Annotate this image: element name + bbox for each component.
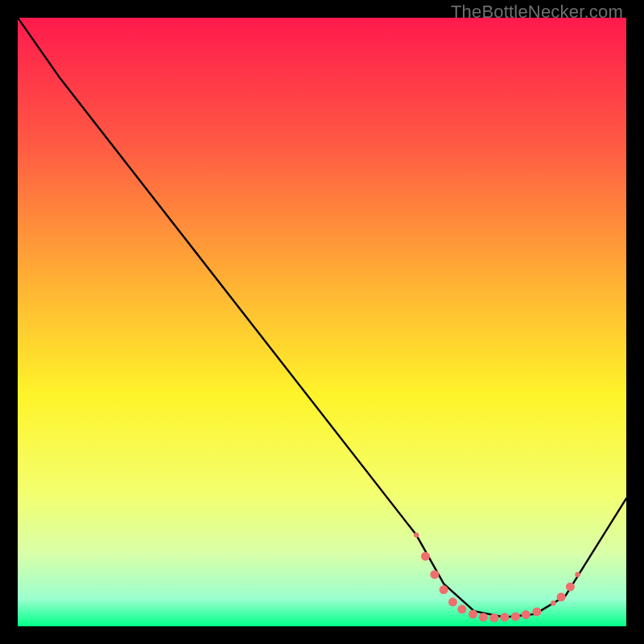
curve-marker xyxy=(414,532,419,537)
curve-marker xyxy=(469,609,477,618)
chart-plot-area xyxy=(18,18,626,626)
curve-marker xyxy=(457,605,466,613)
curve-marker xyxy=(479,613,488,621)
curve-marker xyxy=(532,607,541,616)
curve-marker xyxy=(448,597,457,606)
curve-marker xyxy=(430,570,439,579)
curve-marker xyxy=(566,582,575,591)
curve-marker xyxy=(551,601,555,605)
watermark-text: TheBottleNecker.com xyxy=(451,2,623,23)
curve-marker xyxy=(421,552,430,561)
curve-marker xyxy=(489,613,498,622)
curve-marker xyxy=(522,610,530,619)
gradient-background xyxy=(18,18,626,626)
curve-marker xyxy=(511,612,520,621)
curve-marker xyxy=(575,572,580,577)
curve-marker xyxy=(500,613,509,621)
curve-marker xyxy=(440,585,448,594)
curve-marker xyxy=(557,592,566,601)
bottleneck-chart xyxy=(18,18,626,626)
